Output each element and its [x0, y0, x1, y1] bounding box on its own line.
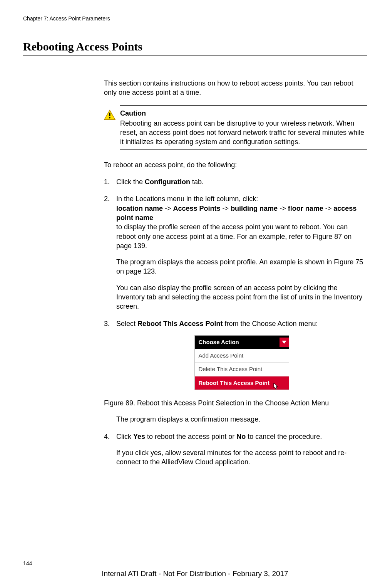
- section-title: Rebooting Access Points: [23, 40, 367, 55]
- choose-action-menu[interactable]: Choose Action Add Access Point Delete Th…: [194, 335, 289, 390]
- caution-label: Caution: [120, 109, 367, 118]
- step-3-text-a: Select: [116, 320, 137, 328]
- step-4-text-end: to cancel the procedure.: [246, 433, 322, 440]
- step-3: Select Reboot This Access Point from the…: [104, 319, 367, 424]
- caution-block: Caution Rebooting an access point can be…: [104, 105, 367, 150]
- step-2-rest: to display the profile screen of the acc…: [116, 223, 352, 250]
- step-4: Click Yes to reboot the access point or …: [104, 432, 367, 467]
- step-2-line1: In the Locations menu in the left column…: [116, 195, 258, 203]
- configuration-tab-name: Configuration: [145, 178, 190, 186]
- step-2-profile: The program displays the access point pr…: [116, 257, 367, 276]
- steps-list: Click the Configuration tab. In the Loca…: [104, 177, 367, 467]
- caution-icon: [104, 109, 115, 120]
- step-1-text-a: Click the: [116, 178, 145, 186]
- figure-caption: Figure 89. Reboot this Access Point Sele…: [104, 398, 367, 408]
- step-4-wait: If you click yes, allow several minutes …: [116, 448, 367, 467]
- menu-item-add-access-point[interactable]: Add Access Point: [195, 349, 289, 362]
- caution-text: Rebooting an access point can be disrupt…: [120, 119, 364, 146]
- chapter-header: Chapter 7: Access Point Parameters: [23, 15, 367, 22]
- svg-rect-1: [109, 113, 110, 116]
- nav-location-name: location name: [116, 205, 163, 212]
- lead-in: To reboot an access point, do the follow…: [104, 160, 367, 170]
- menu-item-reboot-label: Reboot This Access Point: [199, 380, 269, 386]
- menu-item-delete-access-point[interactable]: Delete This Access Point: [195, 362, 289, 376]
- reboot-action-name: Reboot This Access Point: [137, 320, 223, 328]
- choose-action-header[interactable]: Choose Action: [195, 336, 289, 349]
- step-4-text-a: Click: [116, 433, 133, 440]
- step-1: Click the Configuration tab.: [104, 177, 367, 186]
- nav-arrow: ->: [323, 205, 334, 212]
- chevron-down-icon[interactable]: [280, 338, 289, 347]
- step-2-inventory: You can also display the profile screen …: [116, 283, 367, 311]
- nav-arrow: ->: [278, 205, 288, 212]
- step-4-text-mid: to reboot the access point or: [145, 433, 236, 440]
- choose-action-figure: Choose Action Add Access Point Delete Th…: [116, 335, 367, 390]
- step-2: In the Locations menu in the left column…: [104, 194, 367, 311]
- nav-access-points: Access Points: [173, 205, 221, 212]
- page-number: 144: [23, 560, 32, 566]
- main-content: This section contains instructions on ho…: [104, 79, 367, 467]
- svg-marker-3: [282, 341, 286, 344]
- step-3-confirm: The program displays a confirmation mess…: [116, 415, 367, 424]
- cursor-icon: [272, 383, 279, 393]
- svg-point-2: [109, 117, 110, 118]
- nav-arrow: ->: [221, 205, 231, 212]
- step-3-text-c: from the Choose Action menu:: [223, 320, 318, 328]
- choose-action-header-label: Choose Action: [199, 338, 239, 346]
- footer-text: Internal ATI Draft - Not For Distributio…: [0, 570, 390, 578]
- yes-button-name: Yes: [133, 433, 145, 440]
- intro-paragraph: This section contains instructions on ho…: [104, 79, 367, 97]
- nav-building-name: building name: [231, 205, 278, 212]
- nav-arrow: ->: [163, 205, 173, 212]
- menu-item-reboot-access-point[interactable]: Reboot This Access Point: [195, 376, 289, 390]
- nav-floor-name: floor name: [288, 205, 323, 212]
- step-1-text-c: tab.: [190, 178, 204, 186]
- no-button-name: No: [236, 433, 246, 440]
